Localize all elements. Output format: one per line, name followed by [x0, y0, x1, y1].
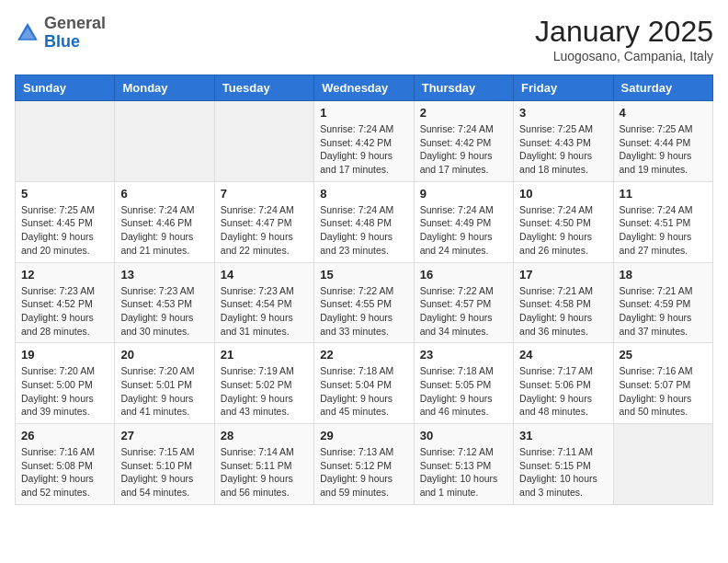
day-number: 30	[420, 429, 507, 442]
calendar-cell: 28Sunrise: 7:14 AM Sunset: 5:11 PM Dayli…	[214, 424, 313, 505]
day-number: 23	[420, 348, 507, 362]
day-info: Sunrise: 7:22 AM Sunset: 4:57 PM Dayligh…	[420, 284, 507, 339]
calendar-cell: 8Sunrise: 7:24 AM Sunset: 4:48 PM Daylig…	[314, 181, 414, 262]
day-info: Sunrise: 7:24 AM Sunset: 4:51 PM Dayligh…	[620, 203, 707, 258]
day-number: 16	[420, 268, 507, 282]
day-number: 6	[120, 187, 208, 201]
day-info: Sunrise: 7:11 AM Sunset: 5:15 PM Dayligh…	[519, 445, 607, 500]
weekday-header-friday: Friday	[514, 75, 613, 101]
week-row-5: 26Sunrise: 7:16 AM Sunset: 5:08 PM Dayli…	[16, 424, 713, 505]
day-info: Sunrise: 7:14 AM Sunset: 5:11 PM Dayligh…	[221, 445, 308, 500]
day-number: 29	[320, 429, 407, 442]
day-info: Sunrise: 7:25 AM Sunset: 4:44 PM Dayligh…	[620, 122, 707, 177]
day-number: 28	[221, 429, 308, 442]
day-number: 2	[420, 106, 507, 120]
calendar-cell	[613, 424, 712, 505]
day-number: 25	[620, 348, 707, 362]
logo: General Blue	[15, 15, 106, 52]
day-number: 26	[21, 429, 108, 442]
day-number: 14	[221, 268, 308, 282]
calendar-cell: 14Sunrise: 7:23 AM Sunset: 4:54 PM Dayli…	[214, 262, 313, 343]
day-info: Sunrise: 7:24 AM Sunset: 4:49 PM Dayligh…	[420, 203, 507, 258]
calendar-cell: 2Sunrise: 7:24 AM Sunset: 4:42 PM Daylig…	[414, 101, 513, 182]
day-number: 10	[519, 187, 607, 201]
day-number: 13	[120, 268, 208, 282]
day-info: Sunrise: 7:21 AM Sunset: 4:58 PM Dayligh…	[519, 284, 607, 339]
calendar-cell: 31Sunrise: 7:11 AM Sunset: 5:15 PM Dayli…	[514, 424, 613, 505]
day-number: 5	[21, 187, 108, 201]
day-number: 12	[21, 268, 108, 282]
day-number: 31	[519, 429, 607, 442]
weekday-header-wednesday: Wednesday	[314, 75, 414, 101]
day-info: Sunrise: 7:25 AM Sunset: 4:43 PM Dayligh…	[519, 122, 607, 177]
day-info: Sunrise: 7:18 AM Sunset: 5:04 PM Dayligh…	[320, 364, 407, 419]
day-number: 8	[320, 187, 407, 201]
calendar-cell: 18Sunrise: 7:21 AM Sunset: 4:59 PM Dayli…	[613, 262, 712, 343]
day-info: Sunrise: 7:24 AM Sunset: 4:47 PM Dayligh…	[221, 203, 308, 258]
day-info: Sunrise: 7:12 AM Sunset: 5:13 PM Dayligh…	[420, 445, 507, 500]
day-info: Sunrise: 7:13 AM Sunset: 5:12 PM Dayligh…	[320, 445, 407, 500]
day-info: Sunrise: 7:24 AM Sunset: 4:46 PM Dayligh…	[120, 203, 208, 258]
calendar-cell: 26Sunrise: 7:16 AM Sunset: 5:08 PM Dayli…	[16, 424, 115, 505]
calendar-cell: 7Sunrise: 7:24 AM Sunset: 4:47 PM Daylig…	[214, 181, 313, 262]
day-info: Sunrise: 7:20 AM Sunset: 5:00 PM Dayligh…	[21, 364, 108, 419]
day-number: 7	[221, 187, 308, 201]
calendar-cell: 13Sunrise: 7:23 AM Sunset: 4:53 PM Dayli…	[115, 262, 214, 343]
week-row-3: 12Sunrise: 7:23 AM Sunset: 4:52 PM Dayli…	[16, 262, 713, 343]
calendar-table: SundayMondayTuesdayWednesdayThursdayFrid…	[15, 75, 713, 505]
day-info: Sunrise: 7:16 AM Sunset: 5:07 PM Dayligh…	[620, 364, 707, 419]
calendar-cell: 20Sunrise: 7:20 AM Sunset: 5:01 PM Dayli…	[115, 343, 214, 424]
calendar-cell: 16Sunrise: 7:22 AM Sunset: 4:57 PM Dayli…	[414, 262, 513, 343]
month-title: January 2025	[535, 15, 713, 49]
day-info: Sunrise: 7:19 AM Sunset: 5:02 PM Dayligh…	[221, 364, 308, 419]
weekday-header-thursday: Thursday	[414, 75, 513, 101]
day-number: 4	[620, 106, 707, 120]
weekday-header-sunday: Sunday	[16, 75, 115, 101]
day-info: Sunrise: 7:24 AM Sunset: 4:50 PM Dayligh…	[519, 203, 607, 258]
calendar-cell: 21Sunrise: 7:19 AM Sunset: 5:02 PM Dayli…	[214, 343, 313, 424]
calendar-cell: 19Sunrise: 7:20 AM Sunset: 5:00 PM Dayli…	[16, 343, 115, 424]
day-info: Sunrise: 7:17 AM Sunset: 5:06 PM Dayligh…	[519, 364, 607, 419]
calendar-cell	[115, 101, 214, 182]
week-row-2: 5Sunrise: 7:25 AM Sunset: 4:45 PM Daylig…	[16, 181, 713, 262]
calendar-cell: 22Sunrise: 7:18 AM Sunset: 5:04 PM Dayli…	[314, 343, 414, 424]
day-info: Sunrise: 7:23 AM Sunset: 4:53 PM Dayligh…	[120, 284, 208, 339]
day-number: 17	[519, 268, 607, 282]
weekday-header-saturday: Saturday	[613, 75, 712, 101]
day-info: Sunrise: 7:18 AM Sunset: 5:05 PM Dayligh…	[420, 364, 507, 419]
logo-icon	[15, 20, 40, 46]
day-info: Sunrise: 7:15 AM Sunset: 5:10 PM Dayligh…	[120, 445, 208, 500]
day-info: Sunrise: 7:21 AM Sunset: 4:59 PM Dayligh…	[620, 284, 707, 339]
calendar-cell: 27Sunrise: 7:15 AM Sunset: 5:10 PM Dayli…	[115, 424, 214, 505]
day-info: Sunrise: 7:20 AM Sunset: 5:01 PM Dayligh…	[120, 364, 208, 419]
day-number: 27	[120, 429, 208, 442]
calendar-cell: 4Sunrise: 7:25 AM Sunset: 4:44 PM Daylig…	[613, 101, 712, 182]
day-number: 9	[420, 187, 507, 201]
calendar-cell: 6Sunrise: 7:24 AM Sunset: 4:46 PM Daylig…	[115, 181, 214, 262]
calendar-cell	[16, 101, 115, 182]
week-row-4: 19Sunrise: 7:20 AM Sunset: 5:00 PM Dayli…	[16, 343, 713, 424]
calendar-cell: 12Sunrise: 7:23 AM Sunset: 4:52 PM Dayli…	[16, 262, 115, 343]
day-number: 15	[320, 268, 407, 282]
day-info: Sunrise: 7:23 AM Sunset: 4:52 PM Dayligh…	[21, 284, 108, 339]
calendar-cell: 9Sunrise: 7:24 AM Sunset: 4:49 PM Daylig…	[414, 181, 513, 262]
calendar-cell: 23Sunrise: 7:18 AM Sunset: 5:05 PM Dayli…	[414, 343, 513, 424]
location: Luogosano, Campania, Italy	[535, 49, 713, 63]
day-number: 21	[221, 348, 308, 362]
calendar-cell: 5Sunrise: 7:25 AM Sunset: 4:45 PM Daylig…	[16, 181, 115, 262]
logo-text: General Blue	[44, 15, 106, 52]
page-header: General Blue January 2025 Luogosano, Cam…	[15, 15, 713, 63]
day-info: Sunrise: 7:23 AM Sunset: 4:54 PM Dayligh…	[221, 284, 308, 339]
day-number: 3	[519, 106, 607, 120]
calendar-cell	[214, 101, 313, 182]
weekday-header-tuesday: Tuesday	[214, 75, 313, 101]
calendar-cell: 3Sunrise: 7:25 AM Sunset: 4:43 PM Daylig…	[514, 101, 613, 182]
calendar-cell: 25Sunrise: 7:16 AM Sunset: 5:07 PM Dayli…	[613, 343, 712, 424]
calendar-cell: 30Sunrise: 7:12 AM Sunset: 5:13 PM Dayli…	[414, 424, 513, 505]
day-info: Sunrise: 7:24 AM Sunset: 4:48 PM Dayligh…	[320, 203, 407, 258]
day-number: 1	[320, 106, 407, 120]
day-info: Sunrise: 7:25 AM Sunset: 4:45 PM Dayligh…	[21, 203, 108, 258]
logo-general: General	[44, 14, 106, 32]
calendar-cell: 10Sunrise: 7:24 AM Sunset: 4:50 PM Dayli…	[514, 181, 613, 262]
day-number: 22	[320, 348, 407, 362]
